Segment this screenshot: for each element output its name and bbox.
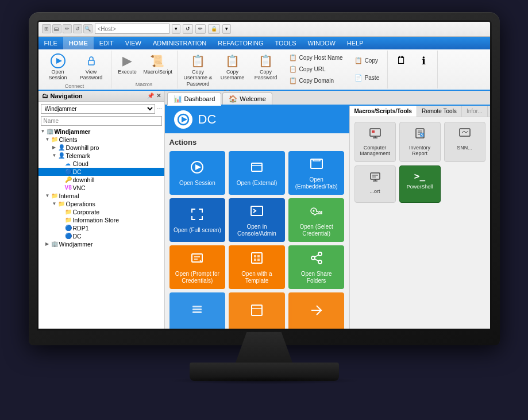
menu-help[interactable]: HELP (341, 37, 369, 49)
action-extra-2[interactable] (229, 292, 285, 329)
menu-administration[interactable]: ADMINISTRATION (147, 37, 212, 49)
nav-group-select[interactable]: Windjammer (41, 104, 155, 114)
extra-btn-2[interactable]: ℹ (413, 52, 434, 70)
menu-refactoring[interactable]: REFACTORING (212, 37, 269, 49)
tab-welcome[interactable]: 🏠 Welcome (222, 93, 272, 105)
svg-rect-45 (371, 173, 380, 179)
action-open-session[interactable]: Open Session (169, 151, 226, 195)
action-prompt-credentials[interactable]: Open (Prompt for Credentials) (169, 245, 226, 289)
right-tab-info[interactable]: Infor... (462, 106, 488, 117)
menu-tools[interactable]: TOOLS (269, 37, 302, 49)
app-icon-edit[interactable]: ✏ (63, 24, 72, 33)
dashboard-tab-label: Dashboard (184, 95, 215, 102)
tree-item-dc[interactable]: 🔵 DC (38, 168, 164, 176)
tool-computer-mgmt[interactable]: Computer Management (354, 122, 396, 163)
svg-rect-41 (460, 129, 470, 136)
tree-item-operations[interactable]: ▼ 📁 Operations (38, 200, 164, 208)
view-password-btn[interactable]: View Password (75, 52, 107, 83)
tool-powershell[interactable]: >_ PowerShell (399, 165, 441, 203)
copy-domain-btn[interactable]: 📋 Copy Domain (287, 76, 345, 86)
tree-item-downhillpro[interactable]: ▶ 👤 Downhill pro (38, 144, 164, 152)
tool-inventory[interactable]: Inventory Report (399, 122, 441, 163)
open-session-ribbon-btn[interactable]: Open Session (42, 52, 74, 83)
right-tab-s[interactable]: S (488, 106, 490, 117)
tree-item-rdp1[interactable]: 🔵 RDP1 (38, 224, 164, 232)
content-area: 📊 Dashboard 🏠 Welcome (165, 91, 490, 329)
computer-mgmt-label: Computer Management (357, 145, 393, 157)
execute-label: Execute (118, 69, 137, 75)
tree-item-clients[interactable]: ▼ 📁 Clients (38, 136, 164, 144)
svg-rect-17 (254, 255, 256, 257)
nav-search-input[interactable] (41, 116, 162, 126)
nav-group-menu-btn[interactable]: ⋯ (156, 106, 162, 112)
refresh-btn[interactable]: ↺ (183, 24, 193, 34)
svg-rect-26 (192, 306, 202, 307)
action-open-external[interactable]: Open (External) (229, 151, 285, 195)
menu-window[interactable]: WINDOW (302, 37, 341, 49)
action-extra-1[interactable] (169, 292, 226, 329)
extra-btn-1[interactable]: 🗒 (391, 52, 412, 70)
nav-close-btn[interactable]: ✕ (156, 93, 161, 99)
action-share-folders[interactable]: Open Share Folders (288, 245, 345, 289)
action-open-credential[interactable]: Open (Select Credential) (288, 198, 345, 242)
tree-item-internal[interactable]: ▼ 📁 Internal (38, 192, 164, 200)
app-icon-search[interactable]: 🔍 (83, 24, 93, 33)
tree-item-telemark[interactable]: ▼ 👤 Telemark (38, 152, 164, 160)
copy-url-btn[interactable]: 📋 Copy URL (287, 64, 345, 74)
copy-hostname-btn[interactable]: 📋 Copy Host Name (287, 53, 345, 63)
action-open-console[interactable]: Open in Console/Admin (229, 198, 285, 242)
copy-username-password-btn[interactable]: 📋 Copy Username & Password (181, 52, 215, 88)
lock-btn[interactable]: 🔒 (208, 24, 220, 34)
copy-username-btn[interactable]: 📋 Copy Username (217, 52, 249, 83)
tool-snn[interactable]: SNN... (444, 122, 485, 163)
host-dropdown-btn[interactable]: ▾ (172, 24, 180, 34)
tree-item-infostore[interactable]: 📁 Information Store (38, 216, 164, 224)
nav-header: 🗂 Navigation 📌 ✕ (38, 91, 164, 102)
copy-password-btn[interactable]: 📋 Copy Password (250, 52, 282, 83)
action-open-template[interactable]: Open with a Template (229, 245, 285, 289)
action-open-embedded-label: Open (Embedded/Tab) (292, 176, 341, 190)
svg-marker-6 (195, 164, 201, 170)
app-icon-refresh[interactable]: ↺ (73, 24, 82, 33)
host-input[interactable] (95, 24, 169, 34)
tree-item-downhill[interactable]: 🔑 downhill (38, 176, 164, 184)
action-open-embedded[interactable]: Open (Embedded/Tab) (288, 151, 345, 195)
paste-btn[interactable]: 📄 Paste (352, 73, 382, 83)
edit-btn[interactable]: ✏ (195, 24, 206, 34)
execute-btn[interactable]: ▶ Execute (115, 52, 140, 76)
right-tab-macros[interactable]: Macros/Scripts/Tools (350, 106, 417, 117)
tree-item-windjammer[interactable]: ▼ 🏢 Windjammer (38, 128, 164, 136)
menu-edit[interactable]: EDIT (94, 37, 120, 49)
menu-file[interactable]: FILE (38, 37, 63, 49)
action-credential-icon (310, 204, 323, 221)
macros-group-label: Macros (136, 82, 153, 87)
tool-port[interactable]: ...ort (354, 165, 396, 203)
action-credential-label: Open (Select Credential) (292, 224, 341, 237)
computer-mgmt-icon (369, 127, 381, 142)
more-btn[interactable]: ▾ (222, 24, 231, 34)
tree-item-dc2[interactable]: 🔵 DC (38, 232, 164, 240)
action-share-icon (310, 251, 323, 268)
app-icon-2[interactable]: 🖴 (52, 24, 61, 33)
tab-dashboard[interactable]: 📊 Dashboard (167, 93, 222, 106)
tree-item-windjammer2[interactable]: ▶ 🏢 Windjammer (38, 240, 164, 248)
icon-infostore: 📁 (65, 217, 72, 223)
copy-btn[interactable]: 📋 Copy (352, 56, 382, 65)
action-extra-3[interactable] (288, 292, 345, 329)
tree-item-vnc[interactable]: V8 VNC (38, 184, 164, 192)
nav-pin-btn[interactable]: 📌 (147, 93, 154, 99)
monitor-frame: ⊞ 🖴 ✏ ↺ 🔍 ▾ ↺ ✏ 🔒 ▾ FILE HOME (29, 12, 500, 345)
copy-up-icon: 📋 (190, 53, 206, 69)
icon-vnc: V8 (65, 184, 72, 191)
action-open-fullscreen[interactable]: Open (Full screen) (169, 198, 226, 242)
macro-script-btn[interactable]: 📜 Macro/Script (141, 52, 174, 76)
label-downhillpro: Downhill pro (66, 144, 99, 151)
menu-home[interactable]: HOME (63, 37, 94, 49)
tree-item-cloud[interactable]: ☁ Cloud (38, 160, 164, 168)
menu-view[interactable]: VIEW (120, 37, 147, 49)
right-tab-remote[interactable]: Remote Tools (417, 106, 462, 117)
app-icon-1[interactable]: ⊞ (42, 24, 51, 33)
label-corporate: Corporate (73, 209, 100, 215)
connect-group-label: Connect (65, 83, 84, 89)
tree-item-corporate[interactable]: 📁 Corporate (38, 208, 164, 216)
